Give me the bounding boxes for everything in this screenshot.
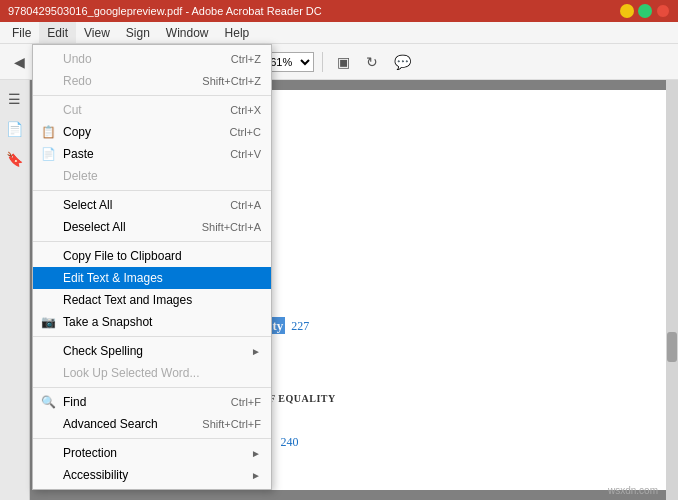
- menu-redo[interactable]: Redo Shift+Ctrl+Z: [33, 70, 271, 92]
- menu-bar: File Edit View Sign Window Help: [0, 22, 678, 44]
- title-bar: 9780429503016_googlepreview.pdf - Adobe …: [0, 0, 678, 22]
- menu-sign[interactable]: Sign: [118, 22, 158, 43]
- menu-edit[interactable]: Edit: [39, 22, 76, 43]
- menu-paste[interactable]: 📄 Paste Ctrl+V: [33, 143, 271, 165]
- menu-take-snapshot[interactable]: 📷 Take a Snapshot: [33, 311, 271, 333]
- menu-edit-text-images[interactable]: Edit Text & Images: [33, 267, 271, 289]
- menu-protection[interactable]: Protection ►: [33, 442, 271, 464]
- side-btn-3[interactable]: 🔖: [4, 148, 26, 170]
- menu-file[interactable]: File: [4, 22, 39, 43]
- menu-find[interactable]: 🔍 Find Ctrl+F: [33, 391, 271, 413]
- side-btn-2[interactable]: 📄: [4, 118, 26, 140]
- side-panel: ☰ 📄 🔖: [0, 80, 30, 500]
- submenu-arrow-protection: ►: [251, 448, 261, 459]
- submenu-arrow-accessibility: ►: [251, 470, 261, 481]
- toolbar-sep-3: [322, 52, 323, 72]
- menu-delete[interactable]: Delete: [33, 165, 271, 187]
- menu-sep-1: [33, 95, 271, 96]
- minimize-button[interactable]: [620, 4, 634, 18]
- menu-sep-6: [33, 438, 271, 439]
- menu-sep-4: [33, 336, 271, 337]
- prev-page-button[interactable]: ◀: [8, 50, 31, 74]
- find-icon: 🔍: [41, 395, 56, 409]
- menu-redact-text-images[interactable]: Redact Text and Images: [33, 289, 271, 311]
- scrollbar[interactable]: [666, 80, 678, 500]
- submenu-arrow-spelling: ►: [251, 346, 261, 357]
- snapshot-icon: 📷: [41, 315, 56, 329]
- copy-icon: 📋: [41, 125, 56, 139]
- menu-undo[interactable]: Undo Ctrl+Z: [33, 48, 271, 70]
- rotate-button[interactable]: ↻: [360, 50, 384, 74]
- menu-deselect-all[interactable]: Deselect All Shift+Ctrl+A: [33, 216, 271, 238]
- window-title: 9780429503016_googlepreview.pdf - Adobe …: [8, 5, 620, 17]
- menu-window[interactable]: Window: [158, 22, 217, 43]
- menu-accessibility[interactable]: Accessibility ►: [33, 464, 271, 486]
- menu-sep-5: [33, 387, 271, 388]
- menu-cut[interactable]: Cut Ctrl+X: [33, 99, 271, 121]
- menu-check-spelling[interactable]: Check Spelling ►: [33, 340, 271, 362]
- window-controls: [620, 4, 670, 18]
- menu-advanced-search[interactable]: Advanced Search Shift+Ctrl+F: [33, 413, 271, 435]
- maximize-button[interactable]: [638, 4, 652, 18]
- menu-view[interactable]: View: [76, 22, 118, 43]
- watermark: wsxdn.com: [608, 485, 658, 496]
- menu-sep-3: [33, 241, 271, 242]
- menu-sep-2: [33, 190, 271, 191]
- edit-dropdown-menu: Undo Ctrl+Z Redo Shift+Ctrl+Z Cut Ctrl+X…: [32, 44, 272, 490]
- scroll-thumb[interactable]: [667, 332, 677, 362]
- menu-copy-file-to-clipboard[interactable]: Copy File to Clipboard: [33, 245, 271, 267]
- fit-page-button[interactable]: ▣: [331, 50, 356, 74]
- close-button[interactable]: [656, 4, 670, 18]
- comment-button[interactable]: 💬: [388, 50, 417, 74]
- menu-look-up-word[interactable]: Look Up Selected Word...: [33, 362, 271, 384]
- paste-icon: 📄: [41, 147, 56, 161]
- menu-select-all[interactable]: Select All Ctrl+A: [33, 194, 271, 216]
- side-btn-1[interactable]: ☰: [4, 88, 26, 110]
- menu-copy[interactable]: 📋 Copy Ctrl+C: [33, 121, 271, 143]
- menu-help[interactable]: Help: [217, 22, 258, 43]
